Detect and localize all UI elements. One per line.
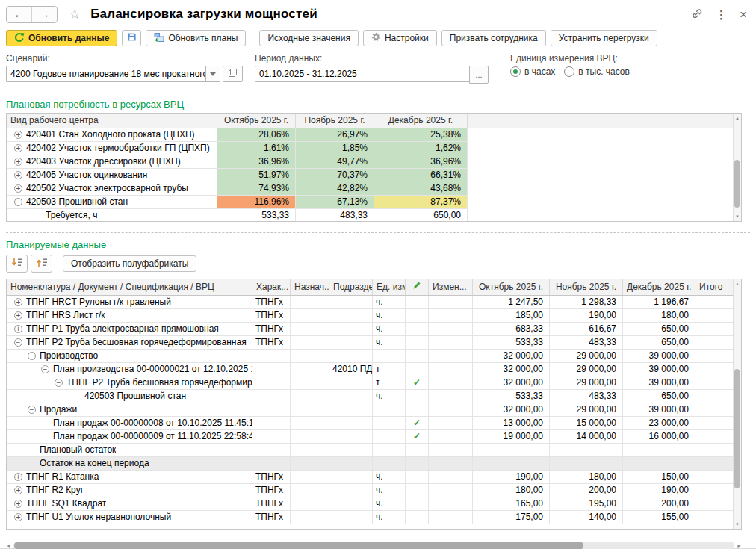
table-row[interactable]: Плановый остаток [7,444,734,457]
forward-button[interactable]: → [31,7,57,22]
table-row[interactable]: +ТПНГ HRS Лист г/кТПНГхч.185,00190,00180… [7,309,734,323]
approved-check-cell [406,336,429,350]
scrollbar-thumb[interactable] [14,542,583,549]
scrollbar-thumb[interactable] [734,369,740,488]
expand-icon[interactable]: + [14,500,22,508]
scroll-up-icon[interactable]: ▲ [734,280,741,288]
refresh-data-button[interactable]: Обновить данные [6,30,117,46]
row-label: ТПНГ P2 Труба бесшовная горячедеформиров… [66,376,252,389]
expand-icon[interactable]: + [14,298,22,306]
table-row[interactable]: −ТПНГ P2 Труба бесшовная горячедеформиро… [7,336,734,350]
table-row[interactable]: −Продажи32 000,0029 000,0039 000,00 [7,403,734,417]
table-row[interactable]: +ТПНГ U1 Уголок неравнополочныйТПНГхч.17… [7,511,734,524]
scenario-input[interactable]: 4200 Годовое планирование 18 мес прокатн… [6,66,205,82]
expand-icon[interactable]: + [14,171,22,179]
scrollbar-track[interactable] [13,542,734,549]
table-row[interactable]: +ТПНГ R1 КатанкаТПНГхч.190,00180,00150,0… [7,471,734,484]
settings-button[interactable]: Настройки [363,30,437,46]
radio-hours[interactable]: в часах [510,66,555,77]
back-button[interactable]: ← [7,7,31,22]
column-header[interactable]: Декабрь 2025 г. [374,114,468,128]
table-row[interactable]: +420403 Участок дрессировки (ЦПХП)36,96%… [7,155,734,169]
fix-overloads-button[interactable]: Устранить перегрузки [551,30,657,46]
table-row[interactable]: +420401 Стан Холодного проката (ЦПХП)28,… [7,128,734,142]
collapse-icon[interactable]: − [28,352,36,360]
initial-values-button[interactable]: Исходные значения [259,30,358,46]
collapse-icon[interactable]: − [55,379,63,387]
scroll-down-icon[interactable]: ▼ [734,213,741,220]
horizontal-scrollbar[interactable]: ◄ ► [6,541,742,549]
scroll-right-icon[interactable]: ► [737,541,742,549]
scroll-left-icon[interactable]: ◄ [6,541,11,549]
column-header[interactable]: Итого [695,279,734,295]
refresh-plans-button[interactable]: Обновить планы [146,30,246,46]
collapse-icon[interactable]: − [28,406,36,414]
column-header[interactable]: Ноябрь 2025 г. [550,279,623,295]
column-header[interactable]: Октябрь 2025 г. [217,114,296,128]
collapse-icon[interactable]: − [14,198,22,206]
column-header[interactable]: Декабрь 2025 г. [623,279,695,295]
purpose-cell [291,403,329,417]
table-row[interactable]: Остаток на конец периода [7,457,734,471]
expand-icon[interactable]: + [14,311,22,320]
table-row[interactable]: +420502 Участок электросварной трубы74,9… [7,182,734,196]
more-menu-icon[interactable]: ⋮ [716,9,727,20]
favorite-star-icon[interactable]: ☆ [69,7,81,21]
collapse-levels-button[interactable] [31,255,52,273]
column-header[interactable]: Ноябрь 2025 г. [296,114,374,128]
expand-icon[interactable]: + [14,486,22,494]
link-icon[interactable] [691,7,703,21]
scenario-open-button[interactable] [223,66,243,82]
column-header[interactable]: Вид рабочего центра [7,114,217,128]
table-row[interactable]: −420503 Прошивной стан116,96%67,13%87,37… [7,196,734,209]
table-row[interactable]: 420503 Прошивной станч.533,33483,33650,0… [7,390,734,403]
expand-icon[interactable]: + [14,158,22,166]
column-header[interactable]: Назнач... [291,279,329,295]
scenario-dropdown-button[interactable] [205,66,220,82]
vertical-scrollbar[interactable]: ▲ ▼ [733,279,741,529]
scrollbar-thumb[interactable] [734,160,740,208]
expand-icon[interactable]: + [14,144,22,152]
save-button[interactable] [122,30,141,46]
scroll-down-icon[interactable]: ▼ [734,521,741,528]
vertical-scrollbar[interactable]: ▲ ▼ [733,114,741,221]
table-row[interactable]: План продаж 00-00000009 от 11.10.2025 22… [7,430,734,444]
table-row[interactable]: +ТПНГ SQ1 КвадратТПНГхч.165,00195,00200,… [7,497,734,511]
table-row[interactable]: +ТПНГ P1 Труба электросварная прямошовна… [7,323,734,336]
table-row[interactable]: −План производства 00-00000021 от 12.10.… [7,363,734,376]
radio-thousand-hours[interactable]: в тыс. часов [564,66,630,77]
expand-icon[interactable]: + [14,473,22,481]
column-header[interactable]: Харак... [252,279,291,295]
call-employee-button[interactable]: Призвать сотрудника [441,30,546,46]
table-row[interactable]: +ТПНГ R2 КругТПНГхч.180,00200,00190,00 [7,484,734,497]
expand-icon[interactable]: + [14,325,22,333]
edit-column-header[interactable] [406,279,429,295]
column-header[interactable]: Октябрь 2025 г. [473,279,550,295]
section-splitter[interactable] [6,232,750,233]
column-header[interactable]: Подразде... [329,279,373,295]
row-label: Производство [40,350,98,362]
table-row[interactable]: −ТПНГ P2 Труба бесшовная горячедеформиро… [7,376,734,390]
table-row[interactable]: +420402 Участок термообработки ГП (ЦПХП)… [7,142,734,155]
period-input[interactable]: 01.10.2025 - 31.12.2025 [255,66,469,82]
table-row[interactable]: +420405 Участок оцинкования51,97%70,37%6… [7,169,734,182]
expand-icon[interactable]: + [14,131,22,139]
table-row[interactable]: Требуется, ч533,33483,33650,00 [7,209,734,221]
table-row[interactable]: −Производство32 000,0029 000,0039 000,00 [7,350,734,363]
show-semiproducts-button[interactable]: Отобразить полуфабрикаты [63,255,196,272]
column-header[interactable]: Номенклатура / Документ / Спецификация /… [7,279,252,295]
period-more-button[interactable]: ... [469,66,489,84]
expand-icon[interactable]: + [14,513,22,521]
collapse-icon[interactable]: − [41,365,49,373]
expand-icon[interactable]: + [14,184,22,193]
scroll-up-icon[interactable]: ▲ [734,114,741,122]
column-header[interactable]: Измен... [429,279,473,295]
expand-levels-button[interactable] [6,255,28,273]
column-header[interactable]: Ед. изм. [373,279,406,295]
table-row[interactable]: План продаж 00-00000008 от 10.10.2025 11… [7,417,734,430]
table-row[interactable]: +ТПНГ HRCT Рулоны г/к травленыйТПНГхч.1 … [7,296,734,309]
collapse-icon[interactable]: − [14,338,22,347]
close-icon[interactable]: × [740,9,747,20]
november-cell: 200,00 [550,484,623,497]
approved-check-cell [406,484,429,497]
